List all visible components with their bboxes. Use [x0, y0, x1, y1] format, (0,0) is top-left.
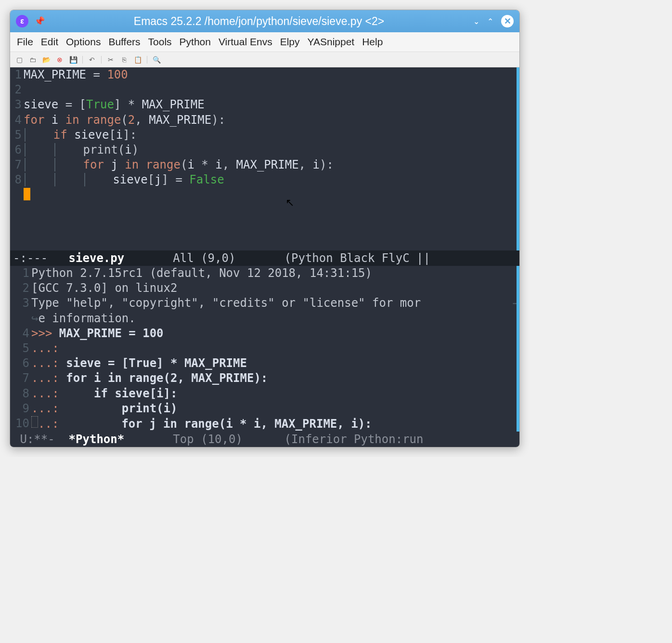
search-icon[interactable]: 🔍	[152, 56, 161, 64]
toolbar: ▢ 🗀 📂 ⊗ 💾 ↶ ✂ ⎘ 📋 🔍	[10, 52, 519, 67]
undo-icon[interactable]: ↶	[88, 56, 96, 64]
code-line[interactable]: 3sieve = [True] * MAX_PRIME	[10, 97, 519, 112]
mouse-cursor: ↖	[285, 197, 294, 209]
modeline-repl: U:**- *Python* Top (10,0) (Inferior Pyth…	[10, 432, 519, 447]
app-icon: ε	[16, 15, 28, 27]
repl-line[interactable]: 3Type "help", "copyright", "credits" or …	[10, 296, 519, 311]
paste-icon[interactable]: 📋	[133, 56, 142, 64]
repl-line[interactable]: 9...: print(i)	[10, 401, 519, 416]
line-number: 6	[10, 356, 31, 371]
modeline-editor: -:--- sieve.py All (9,0) (Python Black F…	[10, 250, 519, 266]
line-number: 4	[10, 113, 24, 128]
toolbar-separator	[82, 56, 83, 64]
menu-options[interactable]: Options	[64, 35, 103, 49]
code-line[interactable]: 8 sieve[j] = False	[10, 172, 519, 187]
repl-line[interactable]: 5...:	[10, 341, 519, 356]
menu-tools[interactable]: Tools	[146, 35, 174, 49]
line-number: 9	[10, 401, 31, 416]
pin-icon[interactable]: 📌	[34, 16, 45, 26]
code-line[interactable]: 6 print(i)	[10, 143, 519, 157]
modeline-prefix: -:---	[13, 251, 69, 265]
titlebar[interactable]: ε 📌 Emacs 25.2.2 /home/jon/python/sieve/…	[10, 10, 519, 32]
copy-icon[interactable]: ⎘	[120, 56, 129, 64]
open-recent-icon[interactable]: 🗀	[28, 56, 37, 64]
close-icon[interactable]: ⊗	[55, 56, 64, 64]
line-number: 5	[10, 341, 31, 356]
menu-elpy[interactable]: Elpy	[278, 35, 302, 49]
code-line[interactable]: 7 for j in range(i * i, MAX_PRIME, i):	[10, 157, 519, 172]
line-number: 6	[10, 143, 24, 157]
scrollbar[interactable]	[517, 266, 519, 432]
line-number: 3	[10, 97, 24, 112]
menu-file[interactable]: File	[15, 35, 35, 49]
maximize-button[interactable]: ⌃	[487, 17, 493, 26]
modeline-position: All (9,0)	[124, 251, 284, 265]
modeline-position: Top (10,0)	[124, 433, 284, 446]
toolbar-separator	[101, 56, 102, 64]
menu-help[interactable]: Help	[360, 35, 385, 49]
close-button[interactable]: ✕	[501, 15, 514, 27]
line-number: 8	[10, 386, 31, 401]
modeline-modes: (Inferior Python:run	[284, 433, 430, 446]
menu-python[interactable]: Python	[178, 35, 213, 49]
scrollbar[interactable]	[517, 67, 519, 250]
repl-line[interactable]: 4>>> MAX_PRIME = 100	[10, 326, 519, 341]
emacs-window: ε 📌 Emacs 25.2.2 /home/jon/python/sieve/…	[10, 10, 520, 447]
line-number: 5	[10, 128, 24, 143]
modeline-prefix: U:**-	[13, 433, 69, 446]
menu-buffers[interactable]: Buffers	[106, 35, 142, 49]
menubar: FileEditOptionsBuffersToolsPythonVirtual…	[10, 32, 519, 52]
line-number: 7	[10, 157, 24, 172]
menu-virtual-envs[interactable]: Virtual Envs	[217, 35, 274, 49]
line-number: 1	[10, 266, 31, 281]
repl-line[interactable]: 6...: sieve = [True] * MAX_PRIME	[10, 356, 519, 371]
code-line[interactable]: 1MAX_PRIME = 100	[10, 67, 519, 82]
line-number: 8	[10, 172, 24, 187]
inactive-cursor	[31, 416, 38, 428]
text-cursor	[24, 188, 30, 200]
toolbar-separator	[147, 56, 147, 64]
repl-pane[interactable]: 1Python 2.7.15rc1 (default, Nov 12 2018,…	[10, 266, 519, 432]
minimize-button[interactable]: ⌄	[473, 17, 479, 26]
line-number: 4	[10, 326, 31, 341]
menu-yasnippet[interactable]: YASnippet	[306, 35, 357, 49]
window-title: Emacs 25.2.2 /home/jon/python/sieve/siev…	[45, 15, 473, 28]
code-line[interactable]: 2	[10, 82, 519, 97]
menu-edit[interactable]: Edit	[39, 35, 60, 49]
repl-line[interactable]: 1Python 2.7.15rc1 (default, Nov 12 2018,…	[10, 266, 519, 281]
cut-icon[interactable]: ✂	[106, 56, 115, 64]
modeline-filename: sieve.py	[69, 251, 125, 265]
repl-line[interactable]: 2[GCC 7.3.0] on linux2	[10, 281, 519, 296]
new-file-icon[interactable]: ▢	[15, 56, 24, 64]
line-number: 2	[10, 281, 31, 296]
modeline-filename: *Python*	[69, 433, 125, 446]
line-number: 7	[10, 371, 31, 386]
open-folder-icon[interactable]: 📂	[42, 56, 51, 64]
editor-pane[interactable]: 1MAX_PRIME = 10023sieve = [True] * MAX_P…	[10, 67, 519, 250]
repl-line[interactable]: 7...: for i in range(2, MAX_PRIME):	[10, 371, 519, 386]
code-line[interactable]: 5 if sieve[i]:	[10, 128, 519, 143]
modeline-modes: (Python Black FlyC ||	[284, 251, 430, 265]
code-line[interactable]: 4for i in range(2, MAX_PRIME):	[10, 113, 519, 128]
line-number: 2	[10, 82, 24, 97]
line-number: 10	[10, 416, 31, 432]
line-number: 3	[10, 296, 31, 311]
repl-line[interactable]: 8...: if sieve[i]:	[10, 386, 519, 401]
line-number: 1	[10, 67, 24, 82]
save-icon[interactable]: 💾	[69, 56, 78, 64]
repl-line[interactable]: 10..: for j in range(i * i, MAX_PRIME, i…	[10, 416, 519, 432]
